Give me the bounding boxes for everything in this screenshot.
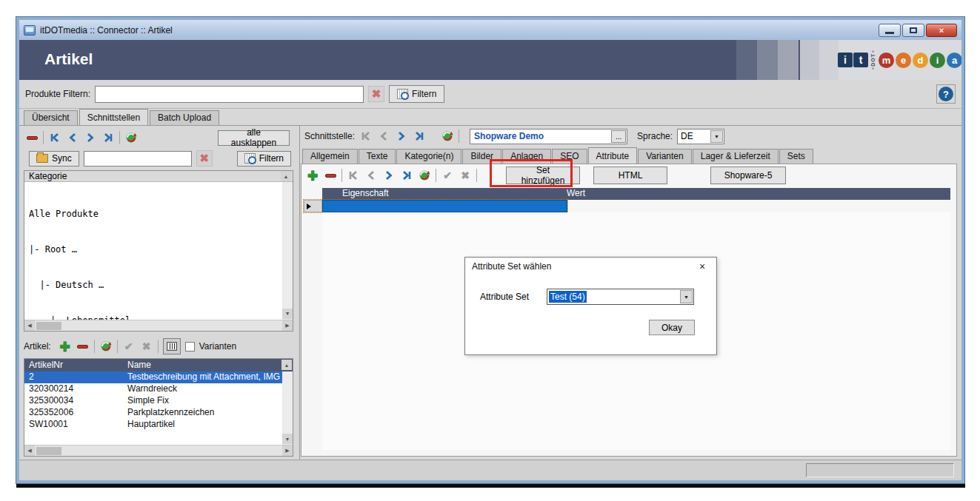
scroll-up-icon[interactable]: ▲ [281,171,291,181]
nav-last-button[interactable] [101,131,115,144]
tab-lager-lieferzeit[interactable]: Lager & Lieferzeit [693,149,779,164]
cancel-attribute-button[interactable]: ✖ [459,169,472,182]
confirm-button[interactable]: ✔ [122,340,136,353]
tree-horizontal-scrollbar[interactable]: ◀ ▶ [24,320,293,331]
remove-category-button[interactable] [25,131,39,144]
attr-first-button[interactable] [347,169,360,182]
tree-item[interactable]: Alle Produkte [29,208,293,220]
product-filter-input[interactable] [95,86,364,103]
varianten-checkbox[interactable] [185,342,195,352]
article-vertical-scrollbar[interactable]: ▼ [282,371,293,445]
dialog-title: Attribute Set wählen [472,261,551,272]
connector-browse-button[interactable]: ... [611,130,626,143]
table-row[interactable]: 325352006 Parkplatzkennzeichen [24,407,293,419]
tab-sets[interactable]: Sets [779,149,813,164]
chevron-down-icon[interactable]: ▼ [680,290,693,303]
nav-prev-button[interactable] [66,131,79,144]
minimize-button[interactable] [879,24,901,37]
table-row[interactable]: 2 Testbeschreibung mit Attachment, IMG 1 [24,371,293,383]
barcode-toggle-button[interactable] [163,338,181,354]
dialog-title-bar[interactable]: Attribute Set wählen × [465,258,716,275]
schnittstelle-label: Schnittstelle: [304,131,355,141]
okay-button[interactable]: Okay [649,320,695,335]
confirm-attribute-button[interactable]: ✔ [441,169,454,182]
sync-button[interactable]: Sync [29,151,79,167]
dialog-close-icon[interactable]: × [695,260,710,272]
tree-item[interactable]: |- Root … [29,243,293,255]
expand-all-button[interactable]: alle ausklappen [218,130,290,146]
category-filter-button[interactable]: Filtern [237,151,291,167]
attr-next-button[interactable] [382,169,396,182]
language-select[interactable]: DE ▼ [677,129,724,144]
scroll-down-icon[interactable]: ▼ [282,434,293,444]
connector-last-button[interactable] [413,130,426,143]
filter-button[interactable]: Filtern [389,85,444,103]
clear-category-filter-icon[interactable]: ✖ [196,150,213,167]
scroll-down-icon[interactable]: ▼ [282,309,293,319]
refresh-articles-button[interactable] [99,340,113,353]
article-horizontal-scrollbar[interactable]: ◀ ▶ [24,445,293,456]
tree-item[interactable]: |- Lebensmittel … [29,315,293,320]
close-button[interactable]: × [926,24,957,37]
category-filter-input[interactable] [84,151,192,167]
scroll-left-icon[interactable]: ◀ [24,320,35,331]
product-filter-row: Produkte Filtern: ✖ Filtern ? [19,80,961,109]
nav-first-button[interactable] [48,131,61,144]
shopware5-button[interactable]: Shopware-5 [710,167,786,184]
scrollbar-thumb[interactable] [36,322,61,330]
attr-refresh-button[interactable] [418,169,431,182]
connector-field[interactable]: Shopware Demo ... [470,129,627,144]
tab-varianten[interactable]: Varianten [638,149,691,164]
tree-vertical-scrollbar[interactable]: ▼ [282,182,293,320]
nav-last-icon [401,169,413,181]
clear-filter-icon[interactable]: ✖ [368,86,384,102]
refresh-button[interactable] [124,131,138,144]
tab-texte[interactable]: Texte [359,149,396,164]
column-wert[interactable]: Wert [567,188,585,198]
table-row[interactable]: SW10001 Hauptartikel [24,419,293,431]
html-button[interactable]: HTML [593,167,667,184]
tab-kategorien[interactable]: Kategorie(n) [396,149,461,164]
nav-prev-icon [365,169,377,181]
logo-letter-a: a [947,53,961,68]
tab-schnittstellen[interactable]: Schnittstellen [79,109,148,126]
cancel-button[interactable]: ✖ [140,340,153,353]
category-tree[interactable]: Alle Produkte |- Root … |- Deutsch … |- … [24,182,293,320]
table-row[interactable]: 325300034 Simple Fix S [24,395,293,407]
scrollbar-thumb[interactable] [36,447,61,455]
maximize-button[interactable] [902,24,924,37]
window-title: itDOTmedia :: Connector :: Artikel [40,25,173,36]
tab-attribute[interactable]: Attribute [588,147,638,164]
tab-batch-upload[interactable]: Batch Upload [150,110,219,125]
attribute-set-select[interactable]: Test (54) ▼ [547,289,694,305]
scroll-left-icon[interactable]: ◀ [24,445,35,456]
add-article-button[interactable]: ✚ [59,340,72,353]
tree-item[interactable]: |- Deutsch … [29,279,293,291]
scroll-right-icon[interactable]: ▶ [282,445,293,456]
nav-next-button[interactable] [84,131,97,144]
connector-next-button[interactable] [395,130,408,143]
scroll-up-icon[interactable]: ▲ [281,360,292,370]
column-name[interactable]: Name [127,360,151,370]
tab-allgemein[interactable]: Allgemein [302,149,358,164]
add-attribute-button[interactable]: ✚ [306,169,319,182]
attr-prev-button[interactable] [364,169,378,182]
property-table-header[interactable]: Eigenschaft Wert [322,188,950,200]
help-button[interactable]: ? [936,84,956,104]
logo-letter-i2: i [930,53,945,68]
attr-last-button[interactable] [400,169,413,182]
remove-article-button[interactable] [76,340,90,353]
scroll-right-icon[interactable]: ▶ [282,320,293,331]
article-table-header[interactable]: ArtikelNr Name S ▲ [24,359,293,371]
connector-first-button[interactable] [359,130,373,143]
tab-uebersicht[interactable]: Übersicht [24,110,78,125]
connector-refresh-button[interactable] [441,130,454,143]
column-eigenschaft[interactable]: Eigenschaft [342,188,389,198]
selected-property-row[interactable] [304,200,567,212]
table-row[interactable]: 320300214 Warndreieck [24,383,293,395]
connector-prev-button[interactable] [377,130,390,143]
column-artikelnr[interactable]: ArtikelNr [29,360,63,370]
selected-property-cell[interactable] [322,200,567,212]
remove-attribute-button[interactable] [324,169,337,182]
title-bar[interactable]: itDOTmedia :: Connector :: Artikel × [19,20,961,40]
